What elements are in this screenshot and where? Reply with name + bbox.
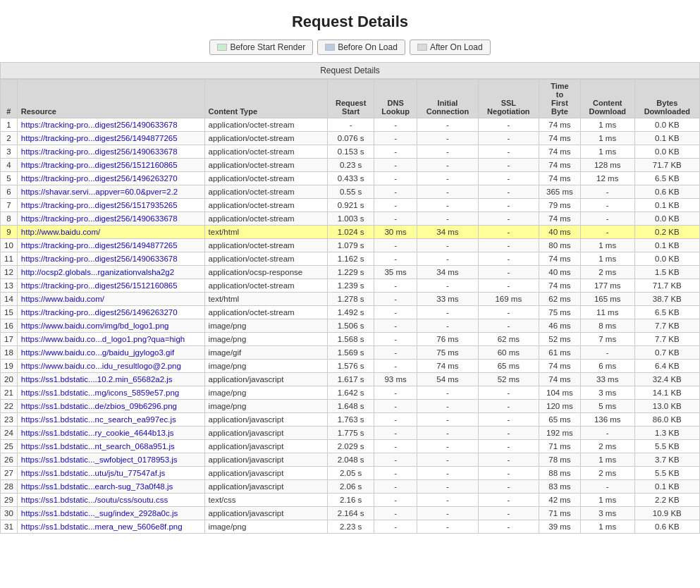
cell-resource[interactable]: https://www.baidu.com/ [17,293,204,306]
cell-dns-lookup: 30 ms [374,226,417,239]
table-row: 17https://www.baidu.co...d_logo1.png?qua… [1,333,700,346]
cell-content-download: 1 ms [580,252,634,266]
cell-content-download: 33 ms [580,373,634,386]
cell-ssl-negotiation: - [478,319,539,333]
resource-link[interactable]: https://www.baidu.co...d_logo1.png?qua=h… [21,335,185,343]
cell-resource[interactable]: https://ss1.bdstatic...nc_search_ea997ec… [17,413,204,427]
cell-resource[interactable]: https://tracking-pro...digest256/1490633… [17,145,204,159]
cell-request-start: 1.642 s [328,386,374,400]
cell-resource[interactable]: https://tracking-pro...digest256/1490633… [17,212,204,226]
cell-time-first-byte: 74 ms [539,132,581,145]
cell-resource[interactable]: https://ss1.bdstatic...ry_cookie_4644b13… [17,427,204,440]
cell-ssl-negotiation: 60 ms [478,346,539,360]
cell-ssl-negotiation: - [478,252,539,266]
cell-time-first-byte: 192 ms [539,427,581,440]
table-row: 11https://tracking-pro...digest256/14906… [1,252,700,266]
cell-request-start: 1.648 s [328,400,374,413]
resource-link[interactable]: https://tracking-pro...digest256/1496263… [21,174,178,183]
resource-link[interactable]: https://tracking-pro...digest256/1490633… [21,255,178,263]
resource-link[interactable]: https://ss1.bdstatic.../soutu/css/soutu.… [21,496,168,504]
cell-resource[interactable]: https://shavar.servi...appver=60.0&pver=… [17,185,204,199]
cell-resource[interactable]: http://ocsp2.globals...rganizationvalsha… [17,266,204,279]
resource-link[interactable]: https://tracking-pro...digest256/1490633… [21,121,178,129]
table-row: 22https://ss1.bdstatic...de/zbios_09b629… [1,400,700,413]
cell-time-first-byte: 65 ms [539,413,581,427]
resource-link[interactable]: https://www.baidu.com/img/bd_logo1.png [21,321,169,330]
cell-content-type: application/javascript [204,507,328,520]
cell-resource[interactable]: https://www.baidu.co...d_logo1.png?qua=h… [17,333,204,346]
cell-dns-lookup: - [374,346,417,360]
cell-resource[interactable]: https://ss1.bdstatic....10.2.min_65682a2… [17,373,204,386]
cell-resource[interactable]: https://ss1.bdstatic...de/zbios_09b6296.… [17,400,204,413]
resource-link[interactable]: https://ss1.bdstatic...mera_new_5606e8f.… [21,522,183,531]
resource-link[interactable]: https://tracking-pro...digest256/1496263… [21,308,178,317]
resource-link[interactable]: https://tracking-pro...digest256/1494877… [21,241,178,250]
resource-link[interactable]: https://shavar.servi...appver=60.0&pver=… [21,188,178,196]
resource-link[interactable]: https://ss1.bdstatic...mg/icons_5859e57.… [21,388,179,397]
resource-link[interactable]: http://ocsp2.globals...rganizationvalsha… [21,268,174,276]
resource-link[interactable]: https://tracking-pro...digest256/1494877… [21,134,178,142]
cell-request-start: 1.278 s [328,293,374,306]
resource-link[interactable]: http://www.baidu.com/ [21,228,101,236]
cell-initial-connection: - [417,239,478,252]
resource-link[interactable]: https://tracking-pro...digest256/1512160… [21,281,178,290]
resource-link[interactable]: https://tracking-pro...digest256/1490633… [21,214,178,223]
cell-resource[interactable]: https://ss1.bdstatic...earch-sug_73a0f48… [17,480,204,494]
resource-link[interactable]: https://www.baidu.com/ [21,295,104,303]
cell-request-start: 1.568 s [328,333,374,346]
cell-request-start: 1.617 s [328,373,374,386]
resource-link[interactable]: https://ss1.bdstatic..._swfobject_017895… [21,455,178,464]
cell-resource[interactable]: https://tracking-pro...digest256/1494877… [17,132,204,145]
resource-link[interactable]: https://tracking-pro...digest256/1490633… [21,147,178,156]
cell-dns-lookup: 93 ms [374,373,417,386]
cell-bytes-downloaded: 0.1 KB [634,199,699,212]
cell-initial-connection: - [417,467,478,480]
cell-request-start: 0.076 s [328,132,374,145]
resource-link[interactable]: https://ss1.bdstatic..._sug/index_2928a0… [21,509,178,517]
cell-resource[interactable]: https://www.baidu.co...g/baidu_jgylogo3.… [17,346,204,360]
cell-resource[interactable]: https://ss1.bdstatic...mera_new_5606e8f.… [17,520,204,534]
table-row: 28https://ss1.bdstatic...earch-sug_73a0f… [1,480,700,494]
cell-initial-connection: - [417,400,478,413]
cell-resource[interactable]: https://ss1.bdstatic.../soutu/css/soutu.… [17,494,204,507]
cell-num: 14 [1,293,18,306]
resource-link[interactable]: https://www.baidu.co...g/baidu_jgylogo3.… [21,348,174,357]
resource-link[interactable]: https://ss1.bdstatic...nt_search_068a951… [21,442,175,451]
cell-resource[interactable]: https://ss1.bdstatic...mg/icons_5859e57.… [17,386,204,400]
cell-resource[interactable]: https://tracking-pro...digest256/1496263… [17,172,204,185]
cell-resource[interactable]: https://www.baidu.com/img/bd_logo1.png [17,319,204,333]
cell-content-download: 1 ms [580,145,634,159]
cell-content-type: image/gif [204,346,328,360]
cell-resource[interactable]: https://tracking-pro...digest256/1490633… [17,118,204,132]
cell-initial-connection: - [417,185,478,199]
cell-resource[interactable]: https://tracking-pro...digest256/1496263… [17,306,204,319]
cell-resource[interactable]: https://ss1.bdstatic..._swfobject_017895… [17,453,204,467]
cell-initial-connection: - [417,319,478,333]
cell-resource[interactable]: https://www.baidu.co...idu_resultlogo@2.… [17,360,204,373]
resource-link[interactable]: https://tracking-pro...digest256/1517935… [21,201,178,209]
cell-bytes-downloaded: 2.2 KB [634,494,699,507]
table-row: 18https://www.baidu.co...g/baidu_jgylogo… [1,346,700,360]
cell-resource[interactable]: https://tracking-pro...digest256/1512160… [17,279,204,293]
cell-initial-connection: - [417,427,478,440]
cell-resource[interactable]: https://ss1.bdstatic..._sug/index_2928a0… [17,507,204,520]
resource-link[interactable]: https://ss1.bdstatic...de/zbios_09b6296.… [21,402,177,410]
resource-link[interactable]: https://ss1.bdstatic....10.2.min_65682a2… [21,375,173,384]
resource-link[interactable]: https://ss1.bdstatic...utu/js/tu_77547af… [21,469,166,477]
resource-link[interactable]: https://ss1.bdstatic...nc_search_ea997ec… [21,415,176,424]
cell-request-start: 0.433 s [328,172,374,185]
cell-resource[interactable]: https://tracking-pro...digest256/1490633… [17,252,204,266]
resource-link[interactable]: https://ss1.bdstatic...ry_cookie_4644b13… [21,429,174,437]
cell-request-start: 1.229 s [328,266,374,279]
cell-resource[interactable]: https://tracking-pro...digest256/1494877… [17,239,204,252]
request-details-table: # Resource Content Type RequestStart DNS… [0,79,700,534]
resource-link[interactable]: https://tracking-pro...digest256/1512160… [21,161,178,169]
cell-resource[interactable]: https://tracking-pro...digest256/1512160… [17,159,204,172]
resource-link[interactable]: https://ss1.bdstatic...earch-sug_73a0f48… [21,482,173,491]
cell-resource[interactable]: http://www.baidu.com/ [17,226,204,239]
resource-link[interactable]: https://www.baidu.co...idu_resultlogo@2.… [21,362,181,370]
cell-dns-lookup: - [374,279,417,293]
cell-resource[interactable]: https://ss1.bdstatic...nt_search_068a951… [17,440,204,453]
cell-resource[interactable]: https://ss1.bdstatic...utu/js/tu_77547af… [17,467,204,480]
cell-resource[interactable]: https://tracking-pro...digest256/1517935… [17,199,204,212]
